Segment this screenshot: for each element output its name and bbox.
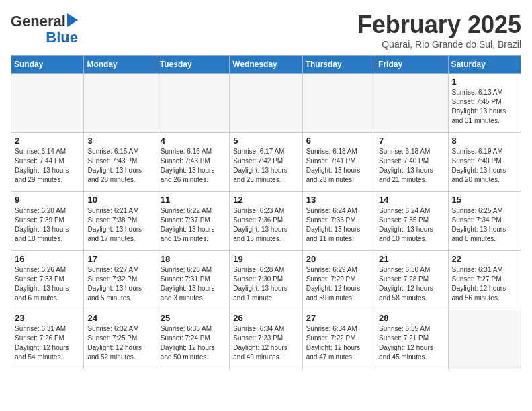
calendar-cell: 18Sunrise: 6:28 AMSunset: 7:31 PMDayligh… [157,251,229,310]
calendar-week-4: 16Sunrise: 6:26 AMSunset: 7:33 PMDayligh… [11,251,521,310]
calendar-cell: 13Sunrise: 6:24 AMSunset: 7:36 PMDayligh… [302,192,375,251]
title-area: February 2025 Quarai, Rio Grande do Sul,… [357,11,521,50]
calendar-cell [157,74,229,133]
logo-text-blue: Blue [46,30,78,46]
day-number: 23 [15,313,80,323]
calendar-cell: 14Sunrise: 6:24 AMSunset: 7:35 PMDayligh… [375,192,448,251]
calendar-cell: 11Sunrise: 6:22 AMSunset: 7:37 PMDayligh… [157,192,229,251]
calendar-week-3: 9Sunrise: 6:20 AMSunset: 7:39 PMDaylight… [11,192,521,251]
calendar-week-1: 1Sunrise: 6:13 AMSunset: 7:45 PMDaylight… [11,74,521,133]
day-number: 13 [306,195,371,205]
header: General Blue February 2025 Quarai, Rio G… [11,11,521,50]
day-number: 21 [379,254,444,264]
day-number: 12 [233,195,298,205]
day-number: 28 [379,313,444,323]
calendar-cell: 25Sunrise: 6:33 AMSunset: 7:24 PMDayligh… [157,310,229,369]
calendar-week-2: 2Sunrise: 6:14 AMSunset: 7:44 PMDaylight… [11,133,521,192]
day-info: Sunrise: 6:29 AMSunset: 7:29 PMDaylight:… [306,265,371,303]
day-info: Sunrise: 6:35 AMSunset: 7:21 PMDaylight:… [379,324,444,362]
day-number: 8 [452,136,517,146]
calendar-cell: 17Sunrise: 6:27 AMSunset: 7:32 PMDayligh… [84,251,157,310]
day-number: 18 [161,254,226,264]
day-info: Sunrise: 6:34 AMSunset: 7:23 PMDaylight:… [233,324,298,362]
calendar-cell: 8Sunrise: 6:19 AMSunset: 7:40 PMDaylight… [448,133,521,192]
weekday-header-wednesday: Wednesday [230,56,302,74]
weekday-header-friday: Friday [375,56,448,74]
day-info: Sunrise: 6:31 AMSunset: 7:26 PMDaylight:… [15,324,80,362]
day-info: Sunrise: 6:20 AMSunset: 7:39 PMDaylight:… [15,206,80,244]
calendar-cell [230,74,302,133]
day-number: 25 [161,313,226,323]
day-info: Sunrise: 6:18 AMSunset: 7:41 PMDaylight:… [306,147,371,185]
calendar-cell [84,74,157,133]
day-number: 3 [87,136,152,146]
calendar-cell: 16Sunrise: 6:26 AMSunset: 7:33 PMDayligh… [11,251,84,310]
calendar-cell: 10Sunrise: 6:21 AMSunset: 7:38 PMDayligh… [84,192,157,251]
day-info: Sunrise: 6:34 AMSunset: 7:22 PMDaylight:… [306,324,371,362]
day-info: Sunrise: 6:26 AMSunset: 7:33 PMDaylight:… [15,265,80,303]
weekday-row: SundayMondayTuesdayWednesdayThursdayFrid… [11,56,521,74]
day-info: Sunrise: 6:23 AMSunset: 7:36 PMDaylight:… [233,206,298,244]
day-info: Sunrise: 6:24 AMSunset: 7:35 PMDaylight:… [379,206,444,244]
day-number: 26 [233,313,298,323]
calendar-cell [302,74,375,133]
day-info: Sunrise: 6:31 AMSunset: 7:27 PMDaylight:… [452,265,517,303]
calendar-cell: 21Sunrise: 6:30 AMSunset: 7:28 PMDayligh… [375,251,448,310]
calendar-body: 1Sunrise: 6:13 AMSunset: 7:45 PMDaylight… [11,74,521,369]
day-info: Sunrise: 6:22 AMSunset: 7:37 PMDaylight:… [161,206,226,244]
logo-arrow-icon [67,13,78,27]
day-info: Sunrise: 6:28 AMSunset: 7:31 PMDaylight:… [161,265,226,303]
day-number: 24 [87,313,152,323]
logo: General Blue [11,13,78,46]
calendar-cell: 28Sunrise: 6:35 AMSunset: 7:21 PMDayligh… [375,310,448,369]
calendar-cell [375,74,448,133]
calendar-cell [448,310,521,369]
logo-text-general: General [11,13,66,30]
day-info: Sunrise: 6:17 AMSunset: 7:42 PMDaylight:… [233,147,298,185]
weekday-header-monday: Monday [84,56,157,74]
day-info: Sunrise: 6:25 AMSunset: 7:34 PMDaylight:… [452,206,517,244]
calendar-cell: 19Sunrise: 6:28 AMSunset: 7:30 PMDayligh… [230,251,302,310]
day-number: 16 [15,254,80,264]
day-number: 20 [306,254,371,264]
day-info: Sunrise: 6:30 AMSunset: 7:28 PMDaylight:… [379,265,444,303]
day-number: 27 [306,313,371,323]
weekday-header-sunday: Sunday [11,56,84,74]
day-number: 11 [161,195,226,205]
day-number: 4 [161,136,226,146]
day-info: Sunrise: 6:33 AMSunset: 7:24 PMDaylight:… [161,324,226,362]
calendar-cell: 9Sunrise: 6:20 AMSunset: 7:39 PMDaylight… [11,192,84,251]
day-number: 14 [379,195,444,205]
day-info: Sunrise: 6:19 AMSunset: 7:40 PMDaylight:… [452,147,517,185]
calendar-cell: 2Sunrise: 6:14 AMSunset: 7:44 PMDaylight… [11,133,84,192]
weekday-header-tuesday: Tuesday [157,56,229,74]
calendar-cell: 24Sunrise: 6:32 AMSunset: 7:25 PMDayligh… [84,310,157,369]
day-number: 9 [15,195,80,205]
calendar-cell: 23Sunrise: 6:31 AMSunset: 7:26 PMDayligh… [11,310,84,369]
day-number: 2 [15,136,80,146]
day-info: Sunrise: 6:16 AMSunset: 7:43 PMDaylight:… [161,147,226,185]
day-number: 10 [87,195,152,205]
calendar-title: February 2025 [357,11,521,39]
calendar-week-5: 23Sunrise: 6:31 AMSunset: 7:26 PMDayligh… [11,310,521,369]
day-info: Sunrise: 6:21 AMSunset: 7:38 PMDaylight:… [87,206,152,244]
calendar-cell: 12Sunrise: 6:23 AMSunset: 7:36 PMDayligh… [230,192,302,251]
calendar-cell: 15Sunrise: 6:25 AMSunset: 7:34 PMDayligh… [448,192,521,251]
day-number: 15 [452,195,517,205]
calendar-cell: 27Sunrise: 6:34 AMSunset: 7:22 PMDayligh… [302,310,375,369]
calendar-cell: 3Sunrise: 6:15 AMSunset: 7:43 PMDaylight… [84,133,157,192]
calendar-cell [11,74,84,133]
day-number: 1 [452,77,517,87]
calendar-cell: 7Sunrise: 6:18 AMSunset: 7:40 PMDaylight… [375,133,448,192]
day-number: 6 [306,136,371,146]
day-info: Sunrise: 6:18 AMSunset: 7:40 PMDaylight:… [379,147,444,185]
calendar-cell: 20Sunrise: 6:29 AMSunset: 7:29 PMDayligh… [302,251,375,310]
day-number: 19 [233,254,298,264]
calendar-cell: 5Sunrise: 6:17 AMSunset: 7:42 PMDaylight… [230,133,302,192]
day-number: 22 [452,254,517,264]
calendar-table: SundayMondayTuesdayWednesdayThursdayFrid… [11,55,521,369]
calendar-cell: 22Sunrise: 6:31 AMSunset: 7:27 PMDayligh… [448,251,521,310]
day-info: Sunrise: 6:28 AMSunset: 7:30 PMDaylight:… [233,265,298,303]
calendar-cell: 4Sunrise: 6:16 AMSunset: 7:43 PMDaylight… [157,133,229,192]
calendar-cell: 6Sunrise: 6:18 AMSunset: 7:41 PMDaylight… [302,133,375,192]
